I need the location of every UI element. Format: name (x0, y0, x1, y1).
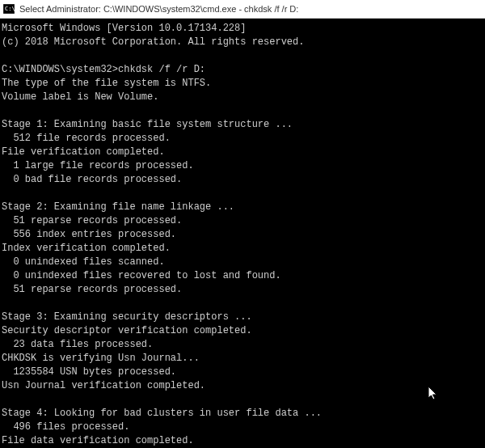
version-line: Microsoft Windows [Version 10.0.17134.22… (2, 23, 246, 34)
stage3-verify: Security descriptor verification complet… (2, 325, 252, 336)
stage2-verify: Index verification completed. (2, 243, 171, 254)
window-title: Select Administrator: C:\WINDOWS\system3… (19, 4, 298, 14)
stage2-reparse2: 51 reparse records processed. (2, 284, 182, 295)
stage1-large: 1 large file records processed. (2, 160, 194, 171)
prompt-line: C:\WINDOWS\system32>chkdsk /f /r D: (2, 64, 205, 75)
window-titlebar[interactable]: C:\ Select Administrator: C:\WINDOWS\sys… (0, 0, 485, 19)
stage2-unindexed-recov: 0 unindexed files recovered to lost and … (2, 270, 281, 281)
stage4-header: Stage 4: Looking for bad clusters in use… (2, 408, 322, 419)
stage4-files: 496 files processed. (2, 421, 129, 433)
fs-type-line: The type of the file system is NTFS. (2, 78, 211, 89)
stage3-data: 23 data files processed. (2, 339, 153, 350)
svg-text:C:\: C:\ (5, 6, 15, 12)
stage1-verify: File verification completed. (2, 146, 165, 158)
volume-label-line: Volume label is New Volume. (2, 91, 158, 103)
stage4-verify: File data verification completed. (2, 435, 194, 446)
stage2-header: Stage 2: Examining file name linkage ... (2, 201, 234, 213)
stage1-records: 512 file records processed. (2, 133, 171, 144)
stage2-reparse1: 51 reparse records processed. (2, 215, 182, 226)
cmd-icon: C:\ (3, 3, 15, 15)
stage2-unindexed-scan: 0 unindexed files scanned. (2, 256, 165, 268)
stage1-bad: 0 bad file records processed. (2, 174, 182, 185)
stage3-header: Stage 3: Examining security descriptors … (2, 311, 252, 323)
terminal-output[interactable]: Microsoft Windows [Version 10.0.17134.22… (0, 19, 485, 448)
stage1-header: Stage 1: Examining basic file system str… (2, 119, 293, 130)
stage3-usn-verifying: CHKDSK is verifying Usn Journal... (2, 353, 200, 364)
copyright-line: (c) 2018 Microsoft Corporation. All righ… (2, 36, 304, 48)
stage2-index: 556 index entries processed. (2, 229, 176, 240)
stage3-usn-verify: Usn Journal verification completed. (2, 380, 205, 391)
mouse-cursor-icon (428, 387, 440, 403)
stage3-usn-bytes: 1235584 USN bytes processed. (2, 366, 176, 378)
